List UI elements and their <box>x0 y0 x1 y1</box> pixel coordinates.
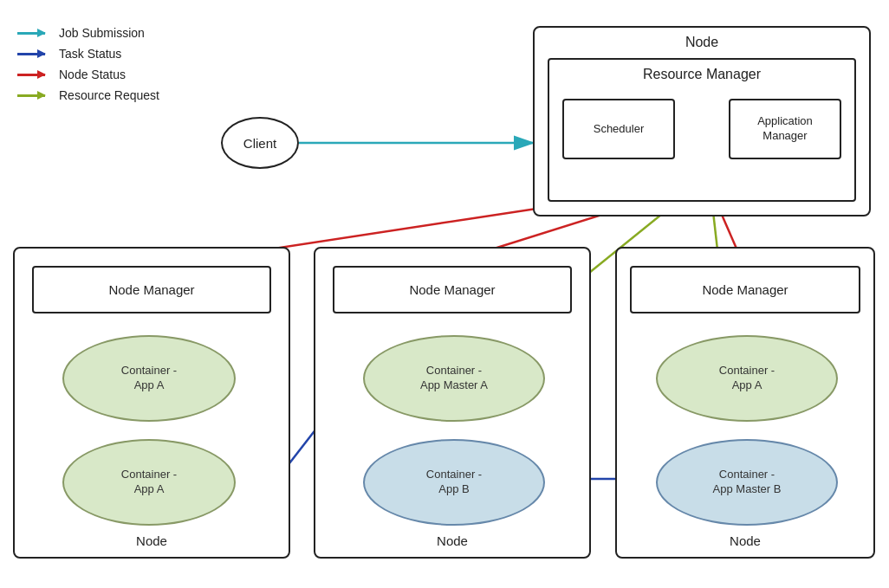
legend-node-status: Node Status <box>17 68 159 81</box>
legend-job-submission: Job Submission <box>17 26 159 40</box>
node-right: Node Node Manager Container -App A Conta… <box>615 247 875 559</box>
container-right-top: Container -App A <box>656 335 838 422</box>
top-node-box: Node Resource Manager Scheduler Applicat… <box>533 26 871 216</box>
container-middle-bottom-label: Container -App B <box>426 468 482 497</box>
nm-right: Node Manager <box>630 266 860 313</box>
container-middle-bottom: Container -App B <box>363 439 545 526</box>
nm-middle-label: Node Manager <box>409 282 495 297</box>
nm-right-label: Node Manager <box>702 282 788 297</box>
legend-job-submission-label: Job Submission <box>59 26 145 40</box>
legend: Job Submission Task Status Node Status R… <box>17 26 159 109</box>
container-middle-top: Container -App Master A <box>363 335 545 422</box>
legend-task-status: Task Status <box>17 47 159 61</box>
nm-left-label: Node Manager <box>108 282 194 297</box>
node-right-label: Node <box>730 533 761 548</box>
rm-label: Resource Manager <box>643 67 761 82</box>
node-middle: Node Node Manager Container -App Master … <box>314 247 591 559</box>
container-left-top: Container -App A <box>62 335 236 422</box>
resource-request-arrow-icon <box>17 88 52 102</box>
job-submission-arrow-icon <box>17 26 52 40</box>
legend-task-status-label: Task Status <box>59 47 121 61</box>
application-manager-label: ApplicationManager <box>757 114 813 144</box>
container-right-top-label: Container -App A <box>719 364 775 393</box>
legend-resource-request-label: Resource Request <box>59 88 159 102</box>
application-manager-box: ApplicationManager <box>729 99 841 159</box>
container-left-top-label: Container -App A <box>121 364 177 393</box>
diagram: Job Submission Task Status Node Status R… <box>0 0 889 588</box>
legend-node-status-label: Node Status <box>59 68 126 81</box>
scheduler-box: Scheduler <box>562 99 675 159</box>
nm-left: Node Manager <box>32 266 271 313</box>
node-left: Node Node Manager Container -App A Conta… <box>13 247 290 559</box>
task-status-arrow-icon <box>17 47 52 61</box>
nm-middle: Node Manager <box>333 266 572 313</box>
container-right-bottom-label: Container -App Master B <box>713 468 782 497</box>
container-right-bottom: Container -App Master B <box>656 439 838 526</box>
client-label: Client <box>243 136 276 151</box>
client-ellipse: Client <box>221 117 299 169</box>
scheduler-label: Scheduler <box>594 121 645 137</box>
node-middle-label: Node <box>437 533 468 548</box>
container-left-bottom: Container -App A <box>62 439 236 526</box>
container-middle-top-label: Container -App Master A <box>420 364 488 393</box>
legend-resource-request: Resource Request <box>17 88 159 102</box>
top-node-label: Node <box>685 35 718 50</box>
node-status-arrow-icon <box>17 68 52 81</box>
container-left-bottom-label: Container -App A <box>121 468 177 497</box>
node-left-label: Node <box>136 533 167 548</box>
